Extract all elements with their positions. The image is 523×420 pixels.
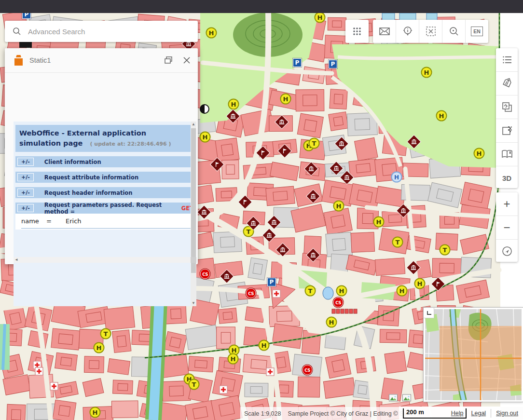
map-book-button[interactable] [496, 142, 518, 166]
static-tool-icon [14, 55, 23, 66]
top-app-bar [0, 0, 523, 13]
language-label: EN [471, 27, 483, 36]
poi-hotel-icon[interactable]: H [474, 148, 485, 159]
overview-map[interactable] [424, 308, 523, 402]
language-button[interactable]: EN [465, 20, 488, 43]
poi-hotel-icon[interactable]: H [336, 285, 347, 297]
print-pages-icon [164, 56, 173, 65]
section-label: Request parameters passed. Request metho… [44, 202, 179, 215]
labels-button[interactable] [496, 71, 518, 95]
vertical-scrollbar[interactable]: ▲ ▼ [191, 122, 196, 306]
clear-selection-button[interactable] [419, 20, 442, 43]
table-of-contents-button[interactable] [496, 48, 518, 71]
poi-cross-icon[interactable] [273, 290, 281, 298]
close-button[interactable] [179, 53, 194, 68]
poi-theater-icon[interactable]: T [305, 285, 316, 297]
zoom-point-icon [449, 26, 459, 37]
zoom-in-button[interactable]: + [496, 192, 518, 216]
poi-hotel-icon[interactable]: H [206, 27, 217, 39]
search-input[interactable] [27, 27, 198, 36]
poi-hotel-icon[interactable]: H [200, 132, 211, 143]
poi-cs-icon[interactable]: CS [333, 298, 344, 308]
section-label: Request header information [44, 190, 133, 196]
advanced-search-bar[interactable] [5, 21, 198, 42]
signout-link[interactable]: Sign out [496, 410, 518, 417]
poi-hotel-icon[interactable]: H [414, 278, 426, 289]
update-timestamp: ( update at: 22:28:46.496 ) [90, 141, 171, 147]
poi-hotel-icon[interactable]: H [259, 340, 270, 351]
poi-hotel-icon[interactable]: H [436, 110, 447, 122]
scrollbar-thumb[interactable] [191, 128, 196, 273]
print-button[interactable] [161, 53, 176, 68]
3d-label: 3D [502, 174, 511, 182]
toggle-button[interactable]: +/- [17, 173, 34, 181]
minus-icon: − [503, 221, 510, 234]
poi-hosp-icon[interactable]: H [391, 172, 402, 183]
horizontal-scrollbar[interactable]: ◄ ► [14, 257, 195, 263]
3d-view-button[interactable]: 3D [496, 166, 518, 190]
poi-hotel-icon[interactable]: H [315, 12, 326, 23]
poi-cs-icon[interactable]: CS [200, 269, 210, 279]
apps-menu-button[interactable] [345, 20, 369, 43]
poi-cs-icon[interactable]: CS [303, 365, 313, 375]
poi-hotel-icon[interactable]: H [397, 285, 408, 297]
poi-hotel-icon[interactable]: H [228, 99, 239, 110]
poi-cross-icon[interactable] [220, 386, 228, 394]
poi-viewpoint-icon[interactable] [200, 104, 209, 114]
poi-parking-icon[interactable]: P [329, 60, 337, 68]
overview-map-image [425, 309, 522, 400]
poi-hotel-icon[interactable]: H [421, 67, 432, 78]
poi-hotel-icon[interactable]: H [326, 317, 337, 328]
collapse-corner-icon [425, 309, 433, 317]
poi-cs-icon[interactable]: CS [246, 288, 256, 298]
info-pin-icon [402, 26, 413, 37]
poi-hotel-icon[interactable]: H [373, 217, 385, 228]
selection-themes-button[interactable] [496, 95, 518, 119]
scroll-up-icon[interactable]: ▲ [191, 122, 196, 127]
poi-hotel-icon[interactable]: H [280, 94, 291, 105]
poi-photo-icon[interactable] [389, 394, 398, 402]
toggle-button[interactable]: +/- [17, 189, 34, 197]
search-icon [13, 27, 21, 36]
map-book-icon [501, 149, 513, 159]
poi-cross-icon[interactable] [50, 382, 58, 391]
toggle-button[interactable]: +/- [17, 158, 34, 166]
overview-collapse-button[interactable] [424, 308, 434, 318]
identify-button[interactable] [396, 20, 419, 43]
param-operator: = [46, 217, 66, 225]
param-name: name [21, 217, 46, 225]
poi-theater-icon[interactable]: T [309, 138, 320, 149]
poi-theater-icon[interactable]: T [392, 237, 403, 248]
poi-hotel-icon[interactable]: H [228, 353, 239, 365]
plus-icon: + [503, 197, 510, 211]
zoom-out-button[interactable]: − [496, 216, 518, 239]
locate-button[interactable] [496, 239, 518, 263]
poi-parking-icon[interactable]: P [293, 58, 302, 67]
poi-cross-icon[interactable] [266, 368, 275, 376]
toggle-button[interactable]: +/- [17, 204, 34, 212]
help-link[interactable]: Help [451, 410, 464, 417]
scalebar-label: 200 m [406, 408, 424, 416]
scroll-left-icon[interactable]: ◄ [14, 257, 19, 263]
zoom-point-button[interactable] [442, 20, 465, 43]
legal-link[interactable]: Legal [471, 410, 486, 417]
static1-window: Static1 WebOffice - External application… [5, 48, 198, 264]
legend-list-icon [502, 55, 512, 64]
scroll-down-icon[interactable]: ▼ [191, 300, 196, 306]
locate-arrow-icon [502, 246, 512, 257]
poi-cross-icon[interactable] [35, 367, 43, 376]
poi-hotel-icon[interactable]: H [94, 342, 105, 353]
poi-theater-icon[interactable]: T [100, 328, 111, 339]
param-value: Erich [66, 217, 82, 225]
poi-theater-icon[interactable]: T [440, 244, 451, 256]
poi-photo-icon[interactable] [402, 394, 411, 402]
static1-titlebar[interactable]: Static1 [5, 48, 198, 73]
section-label: Request attribute information [44, 174, 138, 181]
mail-button[interactable] [373, 20, 396, 43]
poi-theater-icon[interactable]: T [189, 379, 200, 390]
poi-hotel-icon[interactable]: H [90, 407, 101, 418]
window-title: Static1 [29, 56, 161, 64]
poi-hotel-icon[interactable]: H [333, 201, 344, 212]
poi-parking-icon[interactable]: P [267, 278, 276, 286]
transparency-button[interactable] [496, 119, 518, 142]
